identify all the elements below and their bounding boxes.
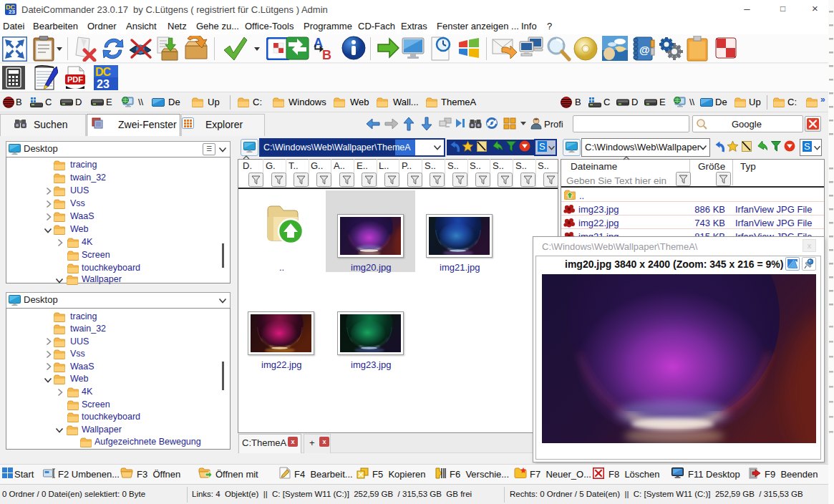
svg-text:23: 23 bbox=[97, 78, 110, 90]
svg-text:DC: DC bbox=[95, 66, 112, 78]
svg-text:PDF: PDF bbox=[67, 75, 83, 84]
svg-text:B: B bbox=[322, 48, 331, 62]
svg-text:@: @ bbox=[639, 44, 650, 56]
